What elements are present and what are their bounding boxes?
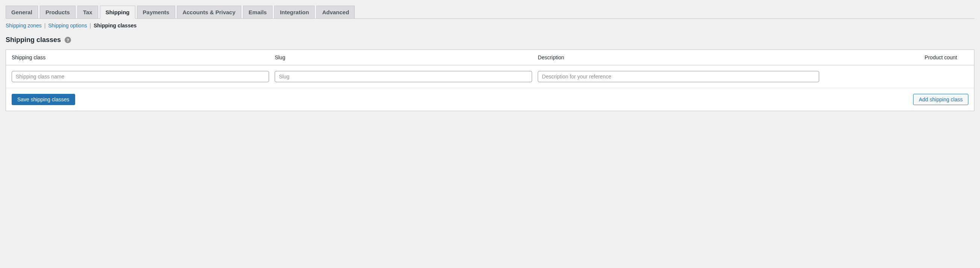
subnav-shipping-classes: Shipping classes <box>94 22 137 29</box>
tab-products[interactable]: Products <box>40 6 76 19</box>
tab-accounts-privacy[interactable]: Accounts & Privacy <box>177 6 241 19</box>
save-shipping-classes-button[interactable]: Save shipping classes <box>12 94 75 105</box>
tab-payments[interactable]: Payments <box>137 6 175 19</box>
help-icon[interactable]: ? <box>65 37 71 43</box>
column-header-product-count: Product count <box>825 54 968 60</box>
shipping-class-name-input[interactable] <box>12 71 269 82</box>
subnav-separator: | <box>90 22 93 29</box>
add-shipping-class-button[interactable]: Add shipping class <box>913 94 968 105</box>
slug-input[interactable] <box>275 71 532 82</box>
subnav-separator: | <box>45 22 47 29</box>
tab-shipping[interactable]: Shipping <box>100 6 135 19</box>
tab-tax[interactable]: Tax <box>77 6 98 19</box>
table-row <box>6 65 974 88</box>
table-footer: Save shipping classes Add shipping class <box>6 88 974 111</box>
tab-general[interactable]: General <box>6 6 38 19</box>
page-title: Shipping classes <box>6 36 61 44</box>
shipping-classes-table: Shipping class Slug Description Product … <box>6 49 974 111</box>
table-header-row: Shipping class Slug Description Product … <box>6 50 974 65</box>
column-header-description: Description <box>538 54 825 60</box>
description-input[interactable] <box>538 71 819 82</box>
settings-tabs: General Products Tax Shipping Payments A… <box>6 6 974 19</box>
subnav-shipping-zones[interactable]: Shipping zones <box>6 22 42 29</box>
shipping-subnav: Shipping zones | Shipping options | Ship… <box>6 22 974 29</box>
tab-advanced[interactable]: Advanced <box>317 6 355 19</box>
column-header-slug: Slug <box>275 54 538 60</box>
subnav-shipping-options[interactable]: Shipping options <box>48 22 87 29</box>
tab-integration[interactable]: Integration <box>274 6 315 19</box>
column-header-shipping-class: Shipping class <box>12 54 275 60</box>
tab-emails[interactable]: Emails <box>243 6 272 19</box>
